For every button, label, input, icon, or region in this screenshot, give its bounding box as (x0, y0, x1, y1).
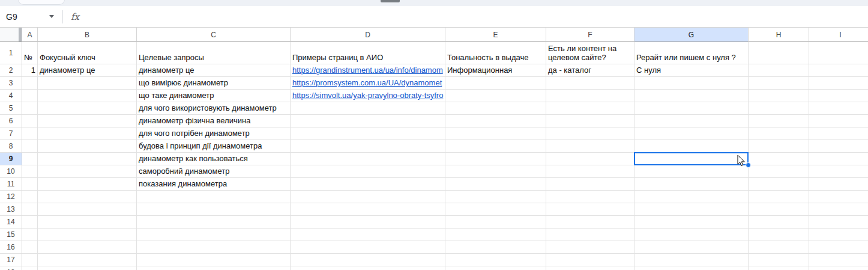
cell-B8[interactable] (38, 140, 137, 153)
cell-I5[interactable] (809, 102, 868, 115)
cell-B5[interactable] (38, 102, 137, 115)
cell-A9[interactable] (22, 153, 38, 165)
cell-F2[interactable]: да - каталог (546, 64, 634, 77)
cell-F15[interactable] (546, 229, 634, 241)
cell-B7[interactable] (38, 127, 137, 140)
cell-E3[interactable] (445, 77, 546, 90)
cell-F1[interactable]: Есть ли контент на целевом сайте? (546, 42, 634, 64)
cell-B2[interactable]: динамометр це (38, 64, 137, 77)
row-header-5[interactable]: 5 (0, 102, 22, 115)
cell-F11[interactable] (546, 178, 634, 191)
cell-E8[interactable] (445, 140, 546, 153)
cell-C3[interactable]: що вимірює динамометр (137, 77, 291, 90)
cell-G18[interactable] (634, 266, 749, 270)
cell-B13[interactable] (38, 203, 137, 216)
row-header-13[interactable]: 13 (0, 203, 22, 216)
cell-C11[interactable]: показания динамометра (137, 178, 291, 191)
cell-H18[interactable] (749, 266, 809, 270)
cell-A7[interactable] (22, 127, 38, 140)
cell-D14[interactable] (291, 216, 445, 229)
cell-E6[interactable] (445, 115, 546, 127)
cell-I2[interactable] (809, 64, 868, 77)
fill-handle[interactable] (746, 162, 751, 168)
column-header-I[interactable]: I (809, 27, 868, 42)
row-header-15[interactable]: 15 (0, 229, 22, 241)
cell-E16[interactable] (445, 241, 546, 254)
cell-C9[interactable]: динамометр как пользоваться (137, 153, 291, 165)
row-header-16[interactable]: 16 (0, 241, 22, 254)
cell-B16[interactable] (38, 241, 137, 254)
cell-D16[interactable] (291, 241, 445, 254)
cell-H3[interactable] (749, 77, 809, 90)
cell-G7[interactable] (634, 127, 749, 140)
cell-G4[interactable] (634, 90, 749, 102)
cell-D6[interactable] (291, 115, 445, 127)
cell-A3[interactable] (22, 77, 38, 90)
cell-E1[interactable]: Тональность в выдаче (445, 42, 546, 64)
cell-F6[interactable] (546, 115, 634, 127)
cell-link-D3[interactable]: https://promsystem.com.ua/UA/dynamomet (292, 78, 442, 87)
cell-C18[interactable] (137, 266, 291, 270)
cell-H6[interactable] (749, 115, 809, 127)
cell-E14[interactable] (445, 216, 546, 229)
cell-I15[interactable] (809, 229, 868, 241)
row-header-2[interactable]: 2 (0, 64, 22, 77)
cell-A11[interactable] (22, 178, 38, 191)
cell-C4[interactable]: що таке динамометр (137, 90, 291, 102)
cell-A5[interactable] (22, 102, 38, 115)
cell-C1[interactable]: Целевые запросы (137, 42, 291, 64)
column-header-F[interactable]: F (546, 27, 634, 42)
row-header-4[interactable]: 4 (0, 90, 22, 102)
cell-B4[interactable] (38, 90, 137, 102)
row-header-18[interactable]: 18 (0, 266, 22, 270)
cell-G11[interactable] (634, 178, 749, 191)
cell-F9[interactable] (546, 153, 634, 165)
cell-A15[interactable] (22, 229, 38, 241)
cell-B12[interactable] (38, 191, 137, 203)
column-header-G[interactable]: G (634, 27, 749, 42)
cell-C17[interactable] (137, 254, 291, 266)
cell-I8[interactable] (809, 140, 868, 153)
cell-F3[interactable] (546, 77, 634, 90)
cell-E18[interactable] (445, 266, 546, 270)
column-header-A[interactable]: A (22, 27, 38, 42)
name-box-dropdown-icon[interactable] (49, 15, 54, 18)
row-header-12[interactable]: 12 (0, 191, 22, 203)
cell-H16[interactable] (749, 241, 809, 254)
cell-B18[interactable] (38, 266, 137, 270)
cell-C15[interactable] (137, 229, 291, 241)
cell-B17[interactable] (38, 254, 137, 266)
cell-B3[interactable] (38, 77, 137, 90)
cell-link-D2[interactable]: https://grandinstrument.ua/ua/info/dinam… (292, 66, 443, 75)
cell-E13[interactable] (445, 203, 546, 216)
cell-C13[interactable] (137, 203, 291, 216)
cell-A10[interactable] (22, 165, 38, 178)
cell-D1[interactable]: Примеры страниц в АИО (291, 42, 445, 64)
cell-I16[interactable] (809, 241, 868, 254)
cell-D17[interactable] (291, 254, 445, 266)
cell-D12[interactable] (291, 191, 445, 203)
cell-I6[interactable] (809, 115, 868, 127)
cell-E10[interactable] (445, 165, 546, 178)
cell-I1[interactable] (809, 42, 868, 64)
cell-C8[interactable]: будова і принцип дії динамометра (137, 140, 291, 153)
cell-H9[interactable] (749, 153, 809, 165)
cell-G17[interactable] (634, 254, 749, 266)
cell-H10[interactable] (749, 165, 809, 178)
cell-H17[interactable] (749, 254, 809, 266)
cell-G12[interactable] (634, 191, 749, 203)
cell-F7[interactable] (546, 127, 634, 140)
row-header-7[interactable]: 7 (0, 127, 22, 140)
cell-D7[interactable] (291, 127, 445, 140)
cell-I17[interactable] (809, 254, 868, 266)
cell-C6[interactable]: динамометр фізична величина (137, 115, 291, 127)
cell-H4[interactable] (749, 90, 809, 102)
cell-H13[interactable] (749, 203, 809, 216)
cell-F4[interactable] (546, 90, 634, 102)
cell-G1[interactable]: Рерайт или пишем с нуля ? (634, 42, 749, 64)
cell-I7[interactable] (809, 127, 868, 140)
cell-D3[interactable]: https://promsystem.com.ua/UA/dynamomet (291, 77, 445, 90)
cell-F18[interactable] (546, 266, 634, 270)
cell-E17[interactable] (445, 254, 546, 266)
cell-link-D4[interactable]: https://simvolt.ua/yak-pravylno-obraty-t… (292, 91, 443, 100)
